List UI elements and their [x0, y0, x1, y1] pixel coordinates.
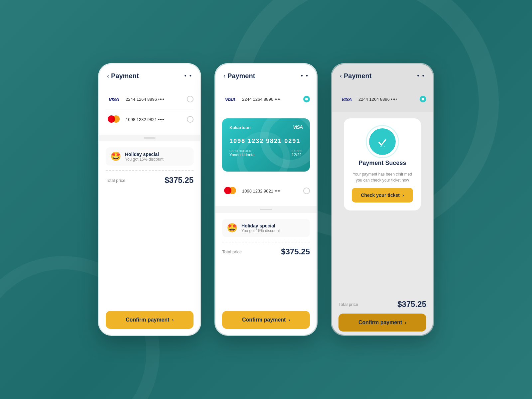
mc-card-row-1[interactable]: 1098 1232 9821 ••••	[106, 109, 194, 129]
card-holder-value: Yondu Udonta	[229, 153, 255, 157]
scroll-pill-1	[144, 137, 156, 139]
success-modal: Payment Sucess Your payment has been cin…	[344, 118, 421, 210]
visa-logo-1: VISA	[106, 94, 122, 104]
more-button-3[interactable]: • •	[417, 72, 425, 79]
more-button-2[interactable]: • •	[301, 72, 309, 79]
confirm-button-1[interactable]: Confirm payment ›	[106, 311, 194, 329]
card-bottom-row: Card Holder Yondu Udonta Expire 12/22	[229, 149, 303, 157]
card-visual: Kakartuan VISA 1098 1232 9821 0291 Card …	[222, 118, 310, 172]
mc-logo-2	[222, 186, 238, 196]
screen1-header: ‹ Payment • •	[99, 64, 200, 84]
visa-card-row-2[interactable]: VISA 2244 1264 8896 ••••	[222, 89, 310, 109]
confirm-label-1: Confirm payment	[126, 317, 170, 323]
success-description: Your payment has been cinfrimedyou can c…	[353, 171, 412, 183]
confirm-chevron-2: ›	[288, 317, 290, 323]
price-value-3: $375.25	[397, 300, 426, 309]
page-title-3: Payment	[344, 72, 371, 80]
success-svg	[376, 135, 389, 148]
page-title-2: Payment	[227, 72, 255, 80]
scroll-indicator-1	[99, 135, 200, 141]
success-title: Payment Sucess	[358, 160, 406, 167]
scroll-pill-2	[260, 209, 272, 210]
visa-logo-2: VISA	[222, 94, 238, 104]
promo-text-1: Holiday special You got 15% discount	[125, 152, 164, 162]
visa-card-row-3[interactable]: VISA 2244 1264 8896 ••••	[338, 89, 426, 109]
mc-radio-1[interactable]	[187, 116, 194, 123]
mc-radio-2[interactable]	[303, 188, 310, 194]
confirm-chevron-1: ›	[172, 317, 174, 323]
promo-banner-2: 🤩 Holiday special You got 15% discount	[222, 219, 310, 237]
price-value-2: $375.25	[281, 247, 310, 256]
visa-radio-2[interactable]	[303, 96, 310, 102]
dotted-divider-1	[106, 170, 194, 171]
visa-radio-3[interactable]	[420, 96, 426, 102]
price-value-1: $375.25	[165, 176, 194, 185]
price-row-3: Total price $375.25	[338, 300, 426, 309]
cards-section-1: VISA 2244 1264 8896 •••• 1098 1232 9821 …	[99, 84, 200, 135]
visa-number-1: 2244 1264 8896 ••••	[126, 97, 183, 102]
success-icon	[369, 128, 396, 155]
back-button-1[interactable]: ‹ Payment	[107, 72, 139, 80]
page-title-1: Payment	[111, 72, 139, 80]
mc-card-row-2[interactable]: 1098 1232 9821 ••••	[222, 181, 310, 201]
back-arrow-icon-2: ‹	[223, 72, 225, 79]
visa-number-3: 2244 1264 8896 ••••	[358, 97, 416, 102]
card-expire-group: Expire 12/22	[292, 149, 303, 157]
screen3-visa-section: VISA 2244 1264 8896 ••••	[332, 84, 433, 112]
card-expire-label: Expire	[292, 149, 303, 153]
screen3-bottom: Total price $375.25 Confirm payment ›	[337, 296, 428, 332]
card-bank-name: Kakartuan	[229, 125, 251, 130]
mc-circle-right-2	[229, 187, 236, 194]
confirm-button-3[interactable]: Confirm payment ›	[338, 314, 426, 332]
promo-text-2: Holiday special You got 15% discount	[241, 223, 280, 233]
back-button-2[interactable]: ‹ Payment	[223, 72, 255, 80]
cards-section-2: VISA 2244 1264 8896 ••••	[215, 84, 317, 114]
screen3-header: ‹ Payment • •	[332, 64, 433, 84]
visa-radio-1[interactable]	[187, 96, 194, 102]
bottom-section-2: 🤩 Holiday special You got 15% discount T…	[215, 213, 317, 335]
check-ticket-label: Check your ticket	[361, 193, 400, 198]
screen-2: ‹ Payment • • VISA 2244 1264 8896 ••••	[214, 63, 318, 336]
promo-emoji-1: 🤩	[110, 151, 121, 162]
card-holder-group: Card Holder Yondu Udonta	[229, 149, 255, 157]
promo-emoji-2: 🤩	[227, 223, 237, 233]
price-row-2: Total price $375.25	[222, 247, 310, 256]
price-label-2: Total price	[222, 249, 242, 254]
visa-logo-3: VISA	[338, 94, 354, 104]
visa-number-2: 2244 1264 8896 ••••	[242, 97, 299, 102]
check-ticket-chevron: ›	[402, 193, 404, 198]
mc-number-1: 1098 1232 9821 ••••	[126, 117, 183, 122]
mc-logo-1	[106, 114, 122, 125]
confirm-label-2: Confirm payment	[242, 317, 286, 323]
promo-subtitle-2: You got 15% discount	[241, 228, 280, 233]
cards-below-section-2: 1098 1232 9821 ••••	[215, 176, 317, 206]
price-row-1: Total price $375.25	[106, 176, 194, 185]
promo-title-2: Holiday special	[241, 223, 280, 228]
visa-card-row-1[interactable]: VISA 2244 1264 8896 ••••	[106, 89, 194, 109]
price-label-1: Total price	[106, 178, 125, 183]
check-ticket-button[interactable]: Check your ticket ›	[352, 188, 413, 202]
screen-1: ‹ Payment • • VISA 2244 1264 8896 ••••	[98, 63, 201, 336]
promo-subtitle-1: You got 15% discount	[125, 157, 164, 162]
success-area: Payment Sucess Your payment has been cin…	[332, 112, 433, 335]
promo-title-1: Holiday special	[125, 152, 164, 157]
back-arrow-icon-1: ‹	[107, 72, 109, 79]
confirm-label-3: Confirm payment	[358, 320, 402, 326]
more-button-1[interactable]: • •	[184, 72, 192, 79]
confirm-chevron-3: ›	[405, 320, 406, 325]
price-label-3: Total price	[338, 302, 358, 307]
promo-banner-1: 🤩 Holiday special You got 15% discount	[106, 147, 194, 166]
card-holder-label: Card Holder	[229, 149, 255, 153]
screen2-header: ‹ Payment • •	[215, 64, 317, 84]
confirm-button-2[interactable]: Confirm payment ›	[222, 311, 310, 329]
mc-number-2: 1098 1232 9821 ••••	[242, 189, 299, 194]
scroll-indicator-2	[215, 206, 317, 213]
dotted-divider-2	[222, 242, 310, 242]
screen-3: ‹ Payment • • VISA 2244 1264 8896 ••••	[331, 63, 434, 336]
back-button-3[interactable]: ‹ Payment	[340, 72, 371, 80]
card-number-large: 1098 1232 9821 0291	[229, 138, 303, 145]
mc-circle-right-1	[112, 115, 120, 123]
card-expire-value: 12/22	[292, 153, 303, 157]
card-visa-brand: VISA	[293, 124, 303, 130]
bottom-section-1: 🤩 Holiday special You got 15% discount T…	[99, 141, 200, 335]
